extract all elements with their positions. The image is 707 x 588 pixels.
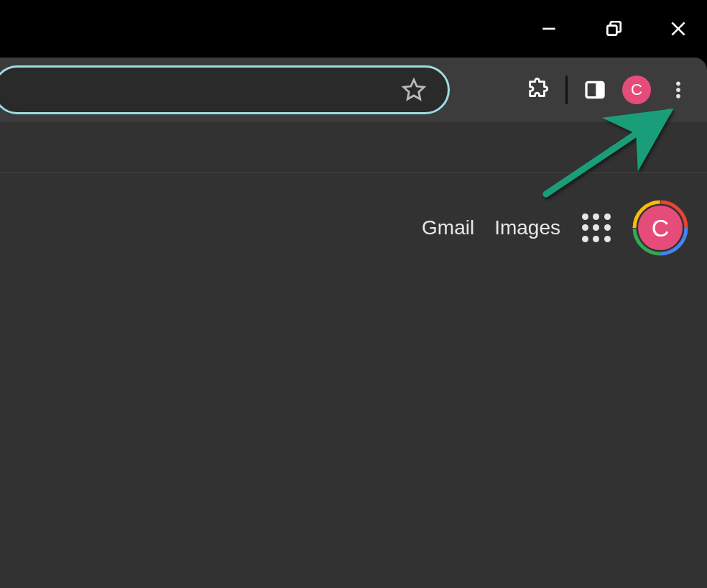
profile-avatar-button[interactable]: C <box>622 75 651 104</box>
maximize-restore-button[interactable] <box>599 14 628 43</box>
apps-grid-dot <box>593 213 599 220</box>
google-apps-button[interactable] <box>581 212 612 244</box>
minimize-icon <box>540 19 558 38</box>
browser-frame: C Gmail Images <box>0 58 707 588</box>
chrome-menu-button[interactable] <box>664 75 693 104</box>
apps-grid-dot <box>582 213 588 220</box>
svg-point-7 <box>676 81 680 86</box>
svg-marker-4 <box>404 80 424 99</box>
toolbar-divider <box>565 75 568 104</box>
minimize-button[interactable] <box>535 14 563 43</box>
header-divider <box>0 173 707 173</box>
apps-grid-dot <box>604 236 611 242</box>
side-panel-icon <box>583 78 606 101</box>
window-titlebar <box>0 0 707 58</box>
apps-grid-dot <box>593 236 599 242</box>
browser-toolbar: C <box>0 58 707 122</box>
google-account-avatar: C <box>638 206 683 250</box>
svg-rect-1 <box>607 26 616 35</box>
page-content: Gmail Images C <box>0 122 707 588</box>
apps-grid-dot <box>582 236 588 242</box>
google-header-links: Gmail Images C <box>422 200 688 256</box>
side-panel-button[interactable] <box>581 75 609 104</box>
extensions-icon <box>526 78 550 102</box>
google-account-button[interactable]: C <box>632 200 688 256</box>
svg-rect-6 <box>596 82 604 97</box>
extensions-button[interactable] <box>524 75 553 104</box>
gmail-link[interactable]: Gmail <box>422 216 474 239</box>
apps-grid-dot <box>593 224 599 231</box>
address-bar[interactable] <box>0 65 450 114</box>
apps-grid-dot <box>582 224 588 231</box>
apps-grid-dot <box>604 213 611 220</box>
close-icon <box>669 19 688 38</box>
account-initial: C <box>652 214 670 242</box>
apps-grid-dot <box>604 224 611 231</box>
star-icon[interactable] <box>402 78 426 102</box>
svg-point-9 <box>676 94 680 98</box>
maximize-restore-icon <box>604 19 623 38</box>
more-vertical-icon <box>667 79 689 101</box>
images-link[interactable]: Images <box>494 216 560 239</box>
svg-point-8 <box>676 88 680 92</box>
profile-initial: C <box>631 81 642 99</box>
close-button[interactable] <box>664 14 693 43</box>
